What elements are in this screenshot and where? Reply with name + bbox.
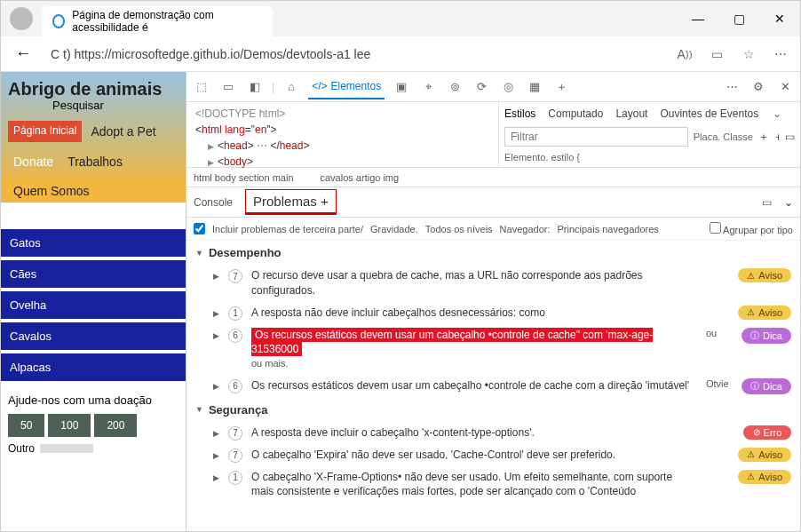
donate-200[interactable]: 200	[94, 414, 137, 437]
panel-icon[interactable]: ▭	[785, 131, 795, 143]
read-aloud-icon[interactable]: A))	[672, 42, 697, 67]
warning-icon: ⚠	[747, 307, 755, 317]
issues-list: ▼Desempenho ▶ 7 O recurso deve usar a qu…	[186, 241, 800, 532]
device-icon[interactable]: ▭	[218, 77, 238, 97]
expand-icon[interactable]: ▶	[213, 382, 219, 391]
devtools-toolbar: ⬚ ▭ ◧ | ⌂ </>Elementos ▣ ⌖ ⊚ ⟳ ◎ ▦ ＋ ⋯ ⚙…	[186, 72, 800, 102]
inspect-icon[interactable]: ⬚	[192, 77, 211, 97]
application-icon[interactable]: ▦	[525, 77, 544, 97]
styles-filter-input[interactable]	[504, 127, 688, 147]
close-devtools-icon[interactable]: ✕	[775, 77, 795, 97]
back-button[interactable]: ←	[8, 41, 38, 67]
all-levels-dropdown[interactable]: Todos os níveis	[425, 224, 493, 234]
placa-label[interactable]: Placa. Classe	[694, 131, 753, 142]
url-field[interactable]: C t) https://microsoftedge.github.io/Dem…	[45, 42, 665, 67]
severity-label: Gravidade.	[370, 224, 418, 234]
expand-icon[interactable]: ▶	[213, 451, 219, 460]
layout-tab[interactable]: Layout	[615, 107, 647, 120]
warning-badge: ⚠Aviso	[738, 448, 791, 462]
donate-50[interactable]: 50	[8, 414, 44, 437]
nav-about[interactable]: Quem Somos	[8, 180, 95, 202]
expand-icon[interactable]: ▶	[213, 429, 219, 438]
more-tools-icon[interactable]: ⋯	[722, 77, 742, 97]
network-icon[interactable]: ⊚	[445, 77, 464, 97]
chevron-down-icon[interactable]: ⌄	[771, 107, 783, 120]
issue-row[interactable]: ▶ 6 Os recursos estáticos devem usar um …	[186, 375, 800, 398]
sources-icon[interactable]: ⌖	[418, 77, 438, 97]
warning-icon: ⚠	[747, 271, 755, 281]
nav-adopt[interactable]: Adopt a Pet	[85, 121, 161, 142]
category-menu: Gatos Cães Ovelha Cavalos Alpacas	[1, 229, 186, 381]
include-thirdparty-label: Incluir problemas de terceira parte/	[212, 224, 363, 234]
nav-home[interactable]: Página Inicial	[8, 121, 82, 142]
outro-input[interactable]	[40, 444, 93, 453]
memory-icon[interactable]: ◎	[498, 77, 518, 97]
category-performance[interactable]: ▼Desempenho	[186, 241, 800, 265]
menu-item[interactable]: Ovelha	[1, 291, 186, 319]
drawer-close-icon[interactable]: ⌄	[784, 196, 793, 209]
expand-icon[interactable]: ▶	[213, 309, 219, 318]
drawer-settings-icon[interactable]: ▭	[762, 196, 772, 209]
menu-item[interactable]: Gatos	[1, 229, 186, 257]
warning-badge: ⚠Aviso	[738, 306, 791, 320]
maximize-button[interactable]: ▢	[718, 1, 759, 36]
group-by-type-checkbox[interactable]	[710, 222, 721, 234]
problems-tab[interactable]: Problemas +	[245, 189, 337, 215]
issue-row[interactable]: ▶ 7 O cabeçalho 'Expira' não deve ser us…	[186, 444, 800, 466]
include-thirdparty-checkbox[interactable]	[194, 223, 205, 234]
issue-row[interactable]: ▶ 1 O cabeçalho 'X-Frame-Options• não de…	[186, 466, 800, 504]
breadcrumb[interactable]: html body section main	[194, 172, 294, 183]
address-bar: ← C t) https://microsoftedge.github.io/D…	[1, 36, 800, 72]
toggle-icon[interactable]: ⫞	[774, 131, 780, 143]
issue-row[interactable]: ▶ 1 A resposta não deve incluir cabeçalh…	[186, 302, 800, 324]
menu-item[interactable]: Alpacas	[1, 353, 186, 381]
expand-icon[interactable]: ▶	[213, 272, 219, 281]
profile-avatar[interactable]	[10, 7, 33, 30]
issue-text: O cabeçalho 'Expira' não deve ser usado,…	[251, 448, 694, 463]
info-icon: ⓘ	[750, 380, 759, 393]
tip-badge: ⓘDica	[742, 328, 791, 344]
menu-item[interactable]: Cavalos	[1, 322, 186, 350]
group-by-type-label: Agrupar por tipo	[723, 225, 793, 235]
issue-row[interactable]: ▶ 6 Os recursos estáticos devem usar um …	[186, 324, 800, 375]
add-rule-icon[interactable]: ＋	[758, 130, 769, 145]
elements-tab[interactable]: </>Elementos	[308, 75, 385, 99]
close-button[interactable]: ✕	[759, 1, 800, 36]
settings-icon[interactable]: ⚙	[749, 77, 768, 97]
issue-row[interactable]: ▶ 7 A resposta deve incluir o cabeçalho …	[186, 422, 800, 444]
outro-label: Outro	[8, 442, 35, 455]
webpage-pane: Abrigo de animais Pesquisar Página Inici…	[1, 72, 186, 532]
favorite-icon[interactable]: ☆	[736, 42, 761, 67]
computed-tab[interactable]: Computado	[548, 107, 603, 120]
welcome-icon[interactable]: ⌂	[282, 77, 301, 97]
reader-icon[interactable]: ▭	[704, 42, 729, 67]
console-tab[interactable]: Console	[194, 196, 233, 209]
expand-icon[interactable]: ▶	[213, 473, 219, 482]
menu-item[interactable]: Cães	[1, 260, 186, 288]
issue-count: 1	[228, 471, 242, 485]
performance-icon[interactable]: ⟳	[472, 77, 491, 97]
styles-tab[interactable]: Estilos	[504, 107, 535, 120]
add-tab-icon[interactable]: ＋	[551, 77, 571, 97]
console-icon[interactable]: ▣	[392, 77, 411, 97]
breadcrumb[interactable]: cavalos artigo img	[321, 172, 400, 183]
donate-100[interactable]: 100	[48, 414, 91, 437]
browser-tab[interactable]: Página de demonstração com acessibilidad…	[42, 6, 273, 36]
expand-icon[interactable]: ▶	[213, 331, 219, 340]
minimize-button[interactable]: —	[678, 1, 718, 36]
breadcrumb-bar[interactable]: html body section main cavalos artigo im…	[186, 168, 800, 187]
edge-icon	[52, 14, 65, 28]
issue-count: 7	[228, 426, 242, 441]
dom-tree[interactable]: <!DOCTYPE html> <html lang="en"> ▶<head>…	[186, 102, 498, 167]
main-browsers-dropdown[interactable]: Principais navegadores	[557, 224, 658, 234]
element-style-label: Elemento. estilo {	[504, 152, 795, 163]
issue-row[interactable]: ▶ 7 O recurso deve usar a quebra de cach…	[186, 265, 800, 302]
more-icon[interactable]: ⋯	[768, 42, 793, 67]
listeners-tab[interactable]: Ouvintes de Eventos	[660, 107, 758, 120]
browser-label: Navegador:	[500, 224, 551, 234]
error-badge: ⊘Erro	[743, 425, 791, 440]
category-security[interactable]: ▼Segurança	[186, 398, 800, 422]
nav-donate[interactable]: Donate	[8, 151, 59, 172]
nav-jobs[interactable]: Trabalhos	[62, 151, 128, 172]
dock-icon[interactable]: ◧	[245, 77, 265, 97]
